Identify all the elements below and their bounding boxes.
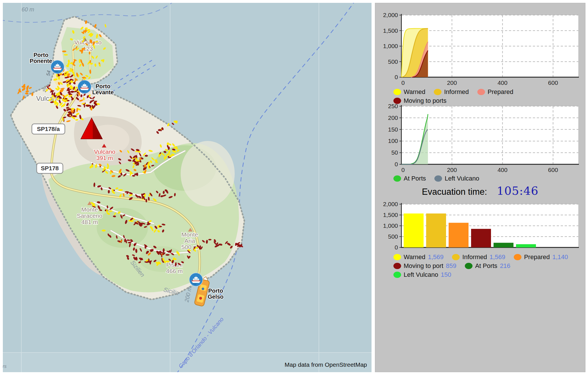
legend-item-warned: Warned1,569 — [393, 253, 443, 261]
port-label-porto-ponente: Porto — [34, 52, 48, 58]
road-badge-label: SP178/a — [37, 126, 60, 132]
agent-dot — [58, 76, 60, 80]
agent-dot — [110, 171, 112, 175]
legend-swatch — [465, 263, 473, 269]
port-label-porto-ponente: Ponente — [30, 58, 52, 64]
peak-elevation: 500 m — [181, 244, 198, 250]
peak-label: Monte — [181, 231, 198, 238]
legend-value: 216 — [500, 262, 510, 270]
sea-label: 60 m — [22, 6, 34, 13]
peak-elevation: 481 m — [81, 219, 98, 225]
legend-row: Moving to port859At Ports216 — [393, 261, 583, 270]
population-status-area-chart: 05001,0001,5002,0000200400600 — [375, 7, 586, 89]
svg-text:50: 50 — [391, 149, 398, 156]
legend-swatch — [434, 89, 441, 95]
bar-informed — [426, 214, 446, 247]
legend-label: Warned — [404, 88, 425, 96]
legend-value: 859 — [446, 262, 456, 270]
legend-item-left-vulcano: Left Vulcano — [434, 175, 479, 182]
legend-item-moving-to-port: Moving to port859 — [393, 262, 456, 270]
legend-swatch — [514, 254, 521, 260]
line-chart-legend: At PortsLeft Vulcano — [393, 174, 583, 183]
peak-label: Vulcano — [94, 148, 115, 155]
svg-text:1,000: 1,000 — [383, 222, 398, 229]
svg-text:0: 0 — [395, 244, 398, 251]
evacuation-time-value: 105:46 — [497, 184, 539, 197]
ferry-port-icon[interactable] — [51, 60, 64, 73]
legend-item-prepared: Prepared — [477, 88, 513, 96]
vulcano-map[interactable]: VulcanoVulcanello123Vulcano391 mMonteSar… — [3, 3, 372, 372]
statistics-panel: 05001,0001,5002,0000200400600 WarnedInfo… — [375, 3, 585, 372]
legend-label: Prepared — [524, 253, 550, 261]
legend-value: 1,569 — [428, 253, 443, 261]
svg-text:2,000: 2,000 — [383, 12, 398, 18]
svg-text:0: 0 — [401, 79, 405, 86]
road-badge-label: SP178 — [41, 165, 59, 171]
svg-text:2,000: 2,000 — [383, 201, 398, 207]
bar-prepared — [449, 223, 469, 247]
svg-text:0: 0 — [401, 167, 405, 173]
legend-item-at-ports: At Ports216 — [465, 262, 510, 270]
legend-swatch — [477, 89, 485, 95]
svg-text:100: 100 — [388, 138, 398, 144]
legend-swatch — [393, 89, 401, 95]
legend-swatch — [393, 272, 401, 278]
port-label-porto-levante: Levante — [92, 89, 114, 95]
svg-text:0: 0 — [395, 74, 398, 80]
svg-text:1,500: 1,500 — [383, 212, 398, 218]
bar-warned — [404, 214, 424, 247]
svg-text:0: 0 — [395, 161, 398, 167]
svg-text:1,000: 1,000 — [383, 43, 398, 49]
peak-elevation: 391 m — [96, 155, 113, 161]
legend-item-informed: Informed1,569 — [452, 253, 505, 261]
svg-text:1,500: 1,500 — [383, 27, 398, 34]
bar-moving-to-port — [471, 229, 491, 247]
simulation-window: VulcanoVulcanello123Vulcano391 mMonteSar… — [0, 0, 588, 375]
legend-label: At Ports — [404, 175, 426, 182]
svg-text:400: 400 — [498, 167, 507, 173]
svg-text:200: 200 — [447, 79, 457, 86]
legend-label: Informed — [444, 88, 469, 96]
legend-row: Warned1,569Informed1,569Prepared1,140 — [393, 253, 583, 261]
legend-label: Informed — [462, 253, 487, 261]
sea-label: rs — [3, 364, 7, 369]
bar-chart-legend: Warned1,569Informed1,569Prepared1,140Mov… — [393, 253, 583, 279]
legend-row: WarnedInformedPrepared — [393, 87, 583, 96]
legend-value: 150 — [441, 271, 451, 278]
port-label-porto-levante: Porto — [96, 83, 110, 89]
svg-text:600: 600 — [548, 167, 558, 173]
sea-label: 54 — [46, 70, 52, 76]
legend-item-prepared: Prepared1,140 — [514, 253, 568, 261]
legend-row: Left Vulcano150 — [393, 270, 583, 279]
svg-text:500: 500 — [388, 58, 398, 65]
svg-text:250: 250 — [388, 103, 398, 109]
legend-swatch — [434, 175, 442, 182]
legend-label: Moving to port — [404, 262, 443, 270]
legend-swatch — [393, 175, 401, 182]
legend-value: 1,569 — [490, 253, 505, 261]
status-totals-bar-chart: 05001,0001,5002,000 — [375, 201, 586, 252]
legend-swatch — [452, 254, 460, 260]
svg-text:500: 500 — [388, 233, 398, 240]
map-attribution: Map data from OpenStreetMap — [285, 361, 367, 368]
legend-label: Left Vulcano — [404, 271, 438, 278]
legend-swatch — [393, 254, 401, 260]
peak-elevation: 466 m — [166, 268, 183, 274]
evacuation-time-row: Evacuation time: 105:46 — [375, 184, 585, 197]
svg-text:400: 400 — [498, 79, 507, 86]
legend-item-at-ports: At Ports — [393, 175, 426, 182]
agent-dot — [62, 50, 66, 52]
legend-item-warned: Warned — [393, 88, 425, 96]
map-canvas[interactable]: VulcanoVulcanello123Vulcano391 mMonteSar… — [3, 3, 372, 372]
svg-text:600: 600 — [548, 79, 558, 86]
port-label-porto-gelso: Gelso — [208, 294, 224, 300]
ports-departure-line-chart: 0501001502002500200400600 — [375, 102, 586, 175]
port-label-porto-gelso: Porto — [208, 288, 223, 294]
ferry-port-icon[interactable] — [78, 80, 91, 93]
legend-item-left-vulcano: Left Vulcano150 — [393, 271, 451, 278]
ferry-port-icon[interactable] — [189, 273, 203, 286]
svg-text:150: 150 — [388, 126, 398, 133]
peak-label: Saraceno — [77, 212, 102, 219]
agent-dot — [208, 239, 211, 240]
legend-item-informed: Informed — [434, 88, 469, 96]
